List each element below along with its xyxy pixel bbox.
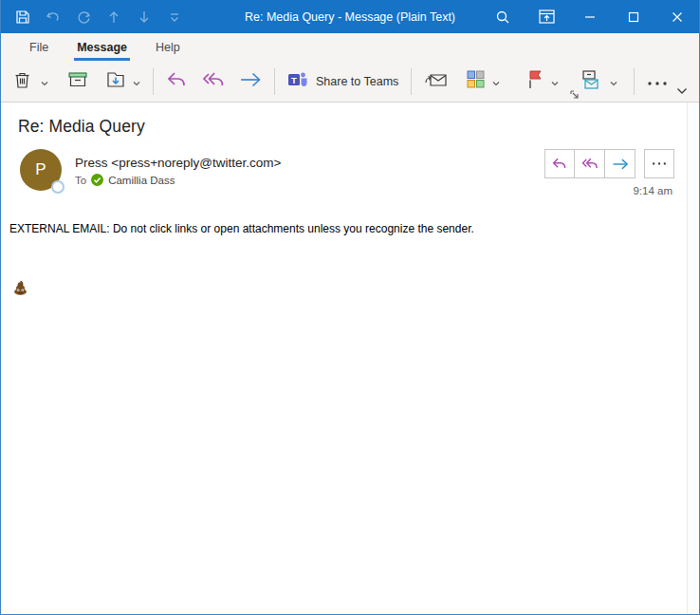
title-bar: Re: Media Query - Message (Plain Text) [1, 0, 699, 33]
more-actions-button[interactable] [644, 149, 674, 178]
collapse-ribbon-icon[interactable] [676, 82, 688, 99]
external-email-warning: EXTERNAL EMAIL: Do not click links or op… [1, 196, 699, 235]
ribbon-tabs: File Message Help [1, 33, 699, 61]
share-to-teams-button[interactable]: T Share to Teams [281, 65, 405, 99]
header-actions: 9:14 am [544, 149, 674, 196]
forward-icon [239, 71, 262, 92]
mark-unread-button[interactable] [417, 65, 455, 99]
presence-indicator [51, 180, 64, 194]
divider [411, 68, 412, 95]
teams-icon: T [287, 70, 308, 93]
flag-icon [526, 69, 543, 93]
tab-file[interactable]: File [15, 36, 63, 61]
svg-text:T: T [291, 74, 297, 84]
chevron-down-icon [551, 73, 559, 90]
sender-block: Press <press+noreply@twitter.com> To Cam… [75, 149, 281, 186]
chevron-down-icon [492, 73, 500, 90]
forward-quick-button[interactable] [605, 149, 636, 178]
trash-icon [13, 70, 31, 93]
move-up-icon[interactable] [105, 9, 122, 26]
divider [153, 68, 154, 95]
quick-steps-icon [580, 68, 602, 95]
quick-steps-button[interactable] [573, 63, 624, 101]
delete-button[interactable] [7, 65, 55, 99]
recipient-line: To Camillia Dass [75, 174, 281, 186]
received-time: 9:14 am [544, 185, 674, 196]
divider [634, 68, 635, 95]
message-header: P Press <press+noreply@twitter.com> To C… [1, 137, 699, 196]
outlook-message-window: Re: Media Query - Message (Plain Text) [0, 0, 700, 615]
reply-all-button[interactable] [194, 65, 232, 99]
sender-avatar[interactable]: P [20, 149, 62, 191]
more-commands-button[interactable] [640, 67, 674, 96]
forward-button[interactable] [232, 65, 268, 98]
quick-access-toolbar [1, 9, 183, 26]
recipient-name[interactable]: Camillia Dass [108, 175, 175, 186]
save-icon[interactable] [14, 9, 31, 26]
reply-all-quick-button[interactable] [575, 149, 605, 178]
divider [274, 68, 275, 95]
avatar-initial: P [35, 160, 46, 179]
close-button[interactable] [655, 0, 699, 33]
ribbon-display-options-icon[interactable] [525, 0, 568, 33]
poop-emoji [12, 283, 28, 299]
chevron-down-icon [133, 73, 140, 90]
reply-icon [166, 70, 188, 93]
archive-button[interactable] [61, 65, 95, 98]
categorize-icon [466, 69, 486, 93]
follow-up-button[interactable] [520, 64, 565, 99]
sender-address[interactable]: Press <press+noreply@twitter.com> [75, 156, 281, 170]
tab-help[interactable]: Help [141, 36, 194, 61]
ellipsis-icon [647, 73, 668, 90]
search-icon[interactable] [481, 0, 525, 33]
message-body [1, 235, 699, 300]
mark-unread-icon [424, 70, 449, 93]
undo-icon[interactable] [45, 9, 62, 26]
move-down-icon[interactable] [136, 9, 153, 26]
dialog-launcher-icon[interactable] [569, 86, 580, 103]
chevron-down-icon [610, 73, 617, 90]
minimize-button[interactable] [568, 0, 612, 33]
message-pane: Re: Media Query P Press <press+noreply@t… [1, 102, 699, 614]
ribbon-toolbar: T Share to Teams [1, 61, 699, 102]
redo-icon[interactable] [75, 9, 92, 26]
move-to-button[interactable] [99, 65, 147, 99]
reply-quick-button[interactable] [544, 149, 575, 178]
reply-all-icon [201, 70, 226, 93]
archive-icon [67, 70, 88, 92]
reply-button[interactable] [159, 65, 194, 99]
categorize-button[interactable] [459, 64, 507, 99]
maximize-button[interactable] [612, 0, 655, 33]
presence-available-icon [91, 174, 103, 186]
move-folder-icon [105, 70, 126, 93]
tab-message[interactable]: Message [63, 36, 141, 61]
message-subject: Re: Media Query [1, 102, 699, 137]
share-to-teams-label: Share to Teams [316, 75, 398, 88]
customize-qat-icon[interactable] [166, 9, 183, 26]
vertical-scrollbar[interactable] [687, 102, 699, 614]
chevron-down-icon [41, 73, 48, 90]
to-label: To [75, 175, 86, 186]
